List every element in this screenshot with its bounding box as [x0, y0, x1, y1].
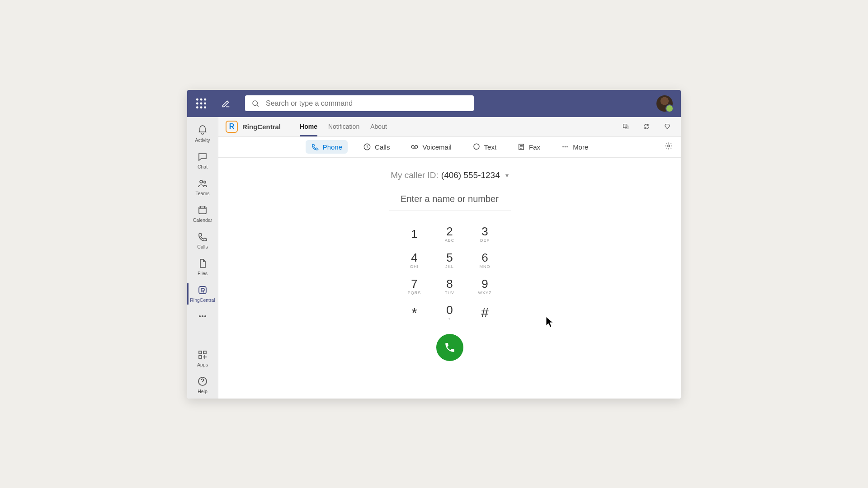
rail-calendar[interactable]: Calendar [187, 201, 218, 227]
dialpad-key-6[interactable]: 6MNO [467, 247, 503, 273]
dialpad-digit: 1 [411, 228, 417, 240]
rail-calls[interactable]: Calls [187, 227, 218, 254]
subtab-label: Phone [323, 143, 342, 151]
phone-icon [311, 143, 319, 151]
rail-ringcentral[interactable]: RingCentral [187, 281, 218, 307]
rail-label: Files [198, 271, 208, 276]
svg-point-9 [253, 101, 258, 106]
brand-name: RingCentral [242, 123, 281, 131]
dialpad-digit: * [412, 306, 417, 319]
tab-home[interactable]: Home [300, 117, 317, 136]
voicemail-icon [410, 143, 419, 151]
subtab-more[interactable]: More [556, 140, 594, 154]
rail-label: RingCentral [190, 297, 215, 303]
dialpad-key-*[interactable]: * [397, 300, 432, 326]
svg-point-28 [562, 146, 564, 148]
subtab-label: Voicemail [422, 143, 451, 151]
app-window: Activity Chat Teams Calendar Calls Files [187, 90, 681, 399]
rail-help[interactable]: Help [187, 372, 218, 399]
dialpad-key-4[interactable]: 4GHI [397, 247, 432, 273]
dialpad-key-9[interactable]: 9WXYZ [467, 273, 503, 300]
nav-rail: Activity Chat Teams Calendar Calls Files [187, 117, 218, 399]
dialpad-digit: 0 [446, 304, 453, 316]
svg-point-30 [566, 146, 568, 148]
topbar [187, 90, 681, 117]
dialpad-key-7[interactable]: 7PQRS [397, 273, 432, 300]
dialpad: 12ABC3DEF4GHI5JKL6MNO7PQRS8TUV9WXYZ*0+# [397, 221, 503, 326]
phone-icon [197, 231, 208, 242]
popout-icon[interactable] [619, 120, 632, 133]
file-icon [197, 258, 208, 269]
svg-point-24 [412, 145, 415, 148]
dial-input[interactable] [389, 190, 511, 211]
avatar[interactable] [656, 95, 673, 112]
search-input[interactable] [266, 99, 467, 108]
subtab-label: Text [484, 143, 497, 151]
dialpad-digit: 6 [481, 252, 488, 263]
clock-icon [363, 143, 371, 151]
rail-overflow[interactable] [187, 307, 218, 325]
dialpad-digit: 3 [481, 225, 488, 237]
dialpad-key-0[interactable]: 0+ [432, 300, 467, 326]
refresh-icon[interactable] [640, 120, 653, 133]
dialpad-digit: 7 [411, 278, 417, 290]
tab-about[interactable]: About [370, 117, 387, 136]
svg-point-2 [204, 98, 206, 100]
rail-activity[interactable]: Activity [187, 121, 218, 147]
svg-point-1 [200, 98, 203, 100]
rail-apps[interactable]: Apps [187, 345, 218, 372]
app-header: R RingCentral Home Notification About [218, 117, 681, 137]
subtab-phone[interactable]: Phone [306, 140, 348, 154]
dialpad-letters: GHI [410, 264, 419, 269]
dialpad-digit: # [481, 306, 489, 319]
subtab-calls[interactable]: Calls [358, 140, 395, 154]
svg-point-29 [565, 146, 566, 148]
dialpad-key-1[interactable]: 1 [397, 221, 432, 247]
chat-icon [472, 143, 481, 151]
call-button[interactable] [436, 334, 463, 361]
svg-point-7 [200, 106, 203, 108]
tab-notification[interactable]: Notification [328, 117, 359, 136]
svg-rect-12 [199, 207, 206, 214]
svg-point-25 [415, 145, 418, 148]
cursor-icon [545, 316, 554, 328]
svg-rect-18 [203, 351, 206, 354]
search-box[interactable] [245, 95, 474, 111]
apps-icon [197, 349, 208, 360]
subtab-text[interactable]: Text [467, 140, 502, 154]
dialpad-letters: JKL [445, 264, 454, 269]
dialpad-digit: 5 [446, 252, 453, 263]
dialpad-key-5[interactable]: 5JKL [432, 247, 467, 273]
dialpad-key-#[interactable]: # [467, 300, 503, 326]
caller-id-selector[interactable]: My caller ID: (406) 555-1234 ▾ [391, 170, 509, 180]
rail-label: Calendar [193, 217, 212, 223]
fax-icon [517, 143, 525, 151]
subtab-voicemail[interactable]: Voicemail [405, 140, 457, 154]
subtab-label: More [573, 143, 588, 151]
subtab-label: Fax [529, 143, 540, 151]
main-content: R RingCentral Home Notification About [218, 117, 681, 399]
chat-icon [197, 151, 208, 162]
rail-label: Activity [195, 137, 210, 143]
dialpad-key-8[interactable]: 8TUV [432, 273, 467, 300]
dialpad-letters: MNO [480, 264, 491, 269]
rail-label: Calls [197, 244, 208, 249]
svg-point-26 [474, 144, 479, 149]
rail-teams[interactable]: Teams [187, 174, 218, 201]
search-icon [251, 99, 259, 108]
dialpad-key-2[interactable]: 2ABC [432, 221, 467, 247]
dialpad-digit: 4 [411, 252, 417, 263]
rail-chat[interactable]: Chat [187, 147, 218, 174]
compose-icon[interactable] [215, 93, 237, 114]
bell-icon [197, 125, 208, 136]
rail-files[interactable]: Files [187, 254, 218, 281]
dialpad-letters: + [448, 317, 451, 321]
app-info-icon[interactable] [661, 120, 674, 133]
settings-icon[interactable] [665, 142, 673, 152]
svg-rect-13 [199, 286, 206, 294]
dialpad-key-3[interactable]: 3DEF [467, 221, 503, 247]
header-tabs: Home Notification About [300, 117, 387, 136]
ringcentral-logo-icon: R [226, 121, 238, 133]
apps-waffle-icon[interactable] [195, 98, 207, 109]
subtab-fax[interactable]: Fax [512, 140, 546, 154]
